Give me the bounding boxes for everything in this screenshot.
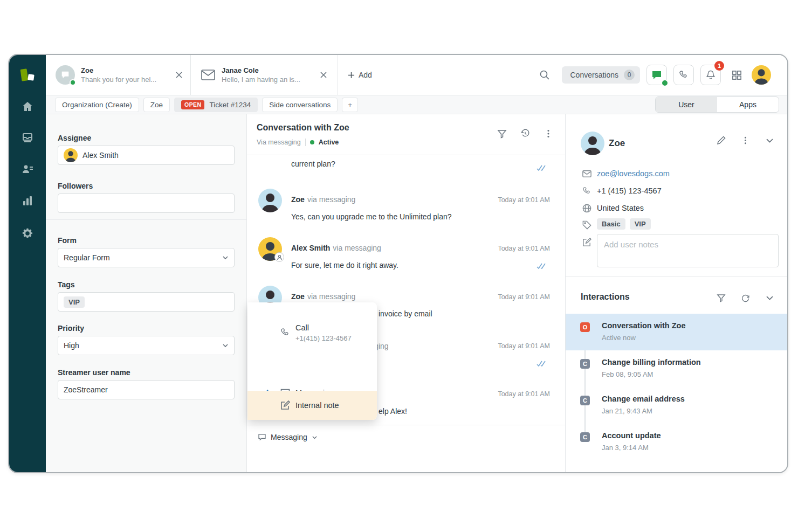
refresh-icon[interactable] [741, 293, 750, 302]
interactions-title: Interactions [581, 292, 630, 302]
menu-item-internal-note[interactable]: Internal note [247, 391, 377, 420]
interaction-subtitle: Feb 08, 9:05 AM [602, 370, 653, 378]
history-icon[interactable] [520, 129, 530, 139]
message-time: Today at 9:01 AM [498, 196, 550, 204]
phone-icon [582, 186, 592, 196]
overflow-menu-icon[interactable] [741, 136, 750, 145]
interaction-type-badge: O [580, 322, 590, 332]
message-header: Alex Smith via messaging Today at 9:01 A… [291, 244, 550, 252]
email-icon [201, 68, 216, 81]
reporting-icon[interactable] [21, 195, 34, 208]
agent-avatar [258, 237, 282, 261]
message-via: via messaging [333, 244, 381, 252]
breadcrumb-organization[interactable]: Organization (Create) [55, 98, 139, 112]
ticket-label: Ticket #1234 [209, 101, 251, 109]
chevron-down-icon [222, 342, 229, 349]
tab-subtitle: Hello, I am having an is... [222, 75, 308, 84]
customer-tag[interactable]: VIP [630, 218, 651, 230]
note-icon [582, 237, 592, 247]
call-number: +1(415) 123-4567 [295, 334, 352, 342]
close-icon[interactable] [175, 71, 183, 79]
message-text-fragment: invoice by email [379, 309, 432, 318]
conversation-panel: Conversation with Zoe Via messaging Acti… [247, 114, 566, 472]
edit-icon[interactable] [717, 136, 726, 145]
collapse-chevron-icon[interactable] [765, 293, 774, 302]
conversations-button[interactable]: Conversations 0 [562, 66, 641, 84]
assignee-field[interactable]: Alex Smith [58, 146, 235, 165]
priority-select[interactable]: High [58, 336, 235, 355]
online-dot [661, 79, 669, 87]
tab-user[interactable]: User [656, 97, 717, 112]
customer-avatar [581, 132, 604, 155]
interaction-title: Change email address [602, 395, 685, 403]
customer-phone[interactable]: +1 (415) 123-4567 [597, 186, 662, 195]
close-icon[interactable] [320, 71, 327, 79]
interaction-type-badge: C [580, 432, 590, 442]
side-conversations-button[interactable]: Side conversations [262, 98, 338, 112]
agent-avatar[interactable] [752, 65, 771, 85]
author-name: Zoe [291, 292, 305, 301]
message-time: Today at 9:01 AM [498, 293, 550, 301]
tab-janae-cole[interactable]: Janae Cole Hello, I am having an is... [191, 55, 338, 95]
views-icon[interactable] [21, 132, 34, 144]
admin-gear-icon[interactable] [21, 227, 34, 240]
message-time: Today at 9:01 AM [498, 342, 550, 350]
message-text-fragment: elp Alex! [379, 407, 407, 416]
overflow-menu-icon[interactable] [544, 129, 553, 139]
chat-bubble-icon [651, 70, 662, 80]
tag-chip[interactable]: VIP [64, 296, 85, 308]
app-window: Zoe Thank you for your hel... Janae Cole… [8, 54, 788, 473]
filter-icon[interactable] [497, 129, 507, 139]
user-notes-input[interactable] [597, 234, 779, 267]
menu-item-email[interactable]: Email [247, 369, 377, 392]
author-name: Zoe [291, 195, 305, 204]
composer[interactable]: Messaging [247, 425, 565, 472]
customer-avatar [258, 189, 282, 212]
ticket-fields-panel: Assignee Alex Smith Followers Form Regul… [46, 114, 247, 472]
search-icon[interactable] [539, 70, 550, 80]
email-icon [582, 169, 592, 179]
interaction-subtitle: Jan 21, 9:43 AM [602, 407, 652, 415]
interaction-item[interactable]: O Conversation with Zoe Active now [566, 314, 787, 350]
menu-item-call[interactable]: Call +1(415) 123-4567 [247, 312, 377, 339]
message-fragment: current plan? [291, 160, 335, 168]
form-select[interactable]: Regular Form [58, 248, 235, 267]
add-tab-button[interactable]: Add [348, 71, 372, 79]
tab-apps[interactable]: Apps [717, 97, 779, 112]
read-receipt-icon [536, 361, 546, 367]
tag-icon [582, 220, 592, 230]
interaction-item[interactable]: C Change billing information Feb 08, 9:0… [566, 350, 787, 387]
notifications-button[interactable]: 1 [700, 65, 721, 85]
interaction-type-badge: C [580, 359, 590, 369]
top-bar: Zoe Thank you for your hel... Janae Cole… [46, 55, 787, 95]
message-header: Zoe via messaging Today at 9:01 AM [291, 292, 550, 301]
interaction-title: Change billing information [602, 358, 701, 367]
apps-grid-icon[interactable] [732, 70, 742, 80]
divider [46, 219, 246, 220]
call-button[interactable] [673, 65, 694, 85]
interaction-item[interactable]: C Account update Jan 3, 9:14 AM [566, 424, 787, 460]
tags-field[interactable]: VIP [58, 292, 235, 312]
menu-item-messaging[interactable]: Messaging [247, 344, 377, 367]
streamer-input[interactable]: ZoeStreamer [58, 380, 235, 399]
breadcrumb-ticket[interactable]: OPEN Ticket #1234 [174, 98, 258, 112]
assignee-avatar [64, 148, 78, 162]
interaction-item[interactable]: C Change email address Jan 21, 9:43 AM [566, 387, 787, 424]
home-icon[interactable] [21, 100, 34, 113]
customers-icon[interactable] [21, 163, 34, 176]
add-conversation-button[interactable]: + [342, 98, 358, 112]
followers-field[interactable] [58, 194, 235, 213]
collapse-chevron-icon[interactable] [765, 136, 774, 145]
read-receipt-icon [536, 165, 546, 171]
internal-note-label: Internal note [295, 401, 339, 410]
filter-icon[interactable] [717, 293, 726, 302]
plus-icon [348, 72, 355, 79]
customer-tag[interactable]: Basic [597, 218, 625, 230]
nav-rail [9, 55, 46, 472]
customer-email-link[interactable]: zoe@lovesdogs.com [597, 169, 670, 178]
tab-zoe[interactable]: Zoe Thank you for your hel... [46, 55, 191, 95]
interaction-title: Conversation with Zoe [602, 321, 686, 330]
messaging-channel-button[interactable] [646, 65, 667, 85]
breadcrumb-requester[interactable]: Zoe [143, 98, 170, 112]
channel-picker[interactable]: Messaging [258, 433, 318, 441]
